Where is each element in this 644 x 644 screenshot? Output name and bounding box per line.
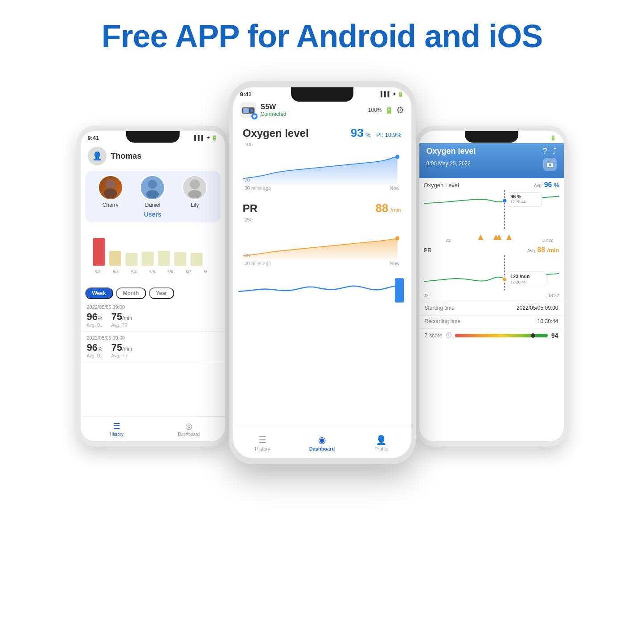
- pi-score-label: Z score: [425, 332, 443, 339]
- center-nav-history[interactable]: ☰ History: [233, 435, 292, 451]
- battery-pct: 100%: [368, 107, 382, 113]
- svg-rect-16: [243, 108, 249, 113]
- pi-score-bar: [455, 334, 548, 337]
- pr-stat-1: 75/min Avg. PR: [111, 311, 132, 328]
- o2-stat-2: 96% Avg. O₂: [87, 342, 103, 358]
- year-button[interactable]: Year: [149, 287, 174, 299]
- right-oxygen-avg: 96: [544, 181, 552, 189]
- center-nav-dashboard[interactable]: ◉ Dashboard: [292, 435, 352, 451]
- record-item-1: 2022/05/05 09:00 96% Avg. O₂ 75/min Avg.…: [81, 301, 225, 332]
- device-info: S5W Connected: [261, 103, 364, 117]
- headline: Free APP for Android and iOS: [102, 18, 542, 54]
- time-axis-labels: 22 18:32: [419, 293, 564, 298]
- right-status-time: 9:41: [427, 135, 438, 141]
- right-phone: 9:41 ▌▌▌ ✦ 🔋 Oxygen level ? ⤴ 9:00 May 2…: [416, 126, 567, 447]
- svg-marker-33: [506, 234, 512, 240]
- right-header: Oxygen level ? ⤴ 9:00 May 20, 2022: [419, 143, 564, 178]
- left-nav-dashboard[interactable]: ◎ Dashboard: [153, 421, 225, 437]
- right-date: 9:00 May 20, 2022: [427, 160, 471, 167]
- phones-container: 9:41 ▌▌▌ ✦ 🔋 👤 Thomas: [55, 63, 590, 598]
- pr-label-1: Avg. PR: [111, 323, 132, 328]
- right-oxygen-chart-area: Oxygen Level Avg. 96 %: [419, 178, 564, 233]
- start-time-value: 2022/05/05 09:00: [517, 305, 558, 311]
- start-time-label: Starting time: [425, 305, 455, 311]
- camera-icon[interactable]: [543, 158, 557, 171]
- right-notch: [465, 131, 518, 143]
- svg-point-25: [502, 199, 507, 203]
- month-button[interactable]: Month: [116, 287, 146, 299]
- svg-text:18:32: 18:32: [541, 238, 553, 242]
- pr-unit-2: /min: [122, 346, 132, 352]
- family-member-lily[interactable]: Lily: [182, 175, 207, 208]
- right-pr-chart-svg: 123 /min 17:26:44: [424, 255, 559, 291]
- svg-rect-14: [190, 253, 202, 266]
- svg-point-7: [188, 190, 201, 199]
- device-icon: [240, 102, 256, 118]
- center-notch: [291, 87, 353, 102]
- pr-time-left: 30 mins ago: [245, 261, 271, 266]
- center-nav-profile[interactable]: 👤 Profile: [352, 435, 411, 451]
- record-item-2: 2022/05/05 09:00 96% Avg. O₂ 75/min Avg.…: [81, 332, 225, 362]
- oxygen-axis-top: 100: [245, 142, 253, 147]
- svg-text:96 %: 96 %: [510, 194, 521, 199]
- svg-text:17:26:44: 17:26:44: [510, 280, 525, 284]
- center-nav-dashboard-label: Dashboard: [309, 446, 335, 451]
- right-oxygen-label-row: Oxygen Level Avg. 96 %: [424, 181, 559, 189]
- family-members-row: Cherry Daniel: [90, 175, 216, 208]
- share-icon[interactable]: ⤴: [553, 147, 557, 156]
- pi-info-icon: ⓘ: [446, 332, 451, 339]
- svg-point-3: [148, 180, 157, 189]
- settings-icon[interactable]: ⚙: [396, 105, 404, 115]
- profile-nav-icon: 👤: [376, 435, 387, 445]
- svg-point-1: [104, 189, 117, 198]
- svg-point-6: [190, 179, 200, 189]
- help-icon[interactable]: ?: [542, 147, 547, 156]
- pr-value-1: 75: [111, 311, 122, 322]
- oxygen-time-left: 30 mins ago: [245, 185, 271, 191]
- center-nav-profile-label: Profile: [374, 446, 388, 451]
- right-pr-chart-title: PR: [424, 247, 432, 254]
- left-nav-history[interactable]: ☰ History: [81, 421, 153, 437]
- recording-value: 10:30:44: [537, 318, 558, 324]
- pr-unit: /min: [390, 207, 402, 213]
- family-member-daniel[interactable]: Daniel: [140, 175, 165, 208]
- right-oxygen-chart-title: Oxygen Level: [424, 182, 459, 189]
- svg-point-20: [395, 236, 399, 240]
- right-oxygen-chart: 96 % 17:26:44: [424, 190, 559, 230]
- history-icon: ☰: [113, 421, 120, 431]
- third-chart-svg: [238, 271, 406, 307]
- recording-time-detail: Recording time 10:30:44: [425, 318, 558, 324]
- pr-stat-2: 75/min Avg. PR: [111, 342, 132, 358]
- right-pr-chart: 123 /min 17:26:44: [424, 255, 559, 291]
- svg-point-18: [253, 115, 256, 118]
- third-chart: [238, 271, 406, 307]
- center-status-time: 9:41: [240, 91, 252, 98]
- users-label: Users: [90, 211, 216, 218]
- week-button[interactable]: Week: [85, 287, 113, 299]
- record-stats-2: 96% Avg. O₂ 75/min Avg. PR: [87, 342, 219, 358]
- lily-avatar: [182, 175, 207, 200]
- time-range-buttons: Week Month Year: [81, 286, 225, 301]
- right-status-icons: ▌▌▌ ✦ 🔋: [533, 135, 557, 141]
- left-user-avatar: 👤: [88, 147, 107, 165]
- center-nav-history-label: History: [255, 446, 270, 451]
- pr-chart: 250 30 30 mins ago: [243, 217, 402, 266]
- o2-unit-2: %: [98, 346, 103, 352]
- pi-score-dot: [531, 333, 535, 338]
- center-status-icons: ▌▌▌ ✦ 🔋: [381, 91, 404, 97]
- left-user-header: 👤 Thomas: [81, 143, 225, 169]
- oxygen-time-right: Now: [390, 185, 399, 191]
- right-pr-label-row: PR Avg. 88 /min: [424, 246, 559, 254]
- pr-header: PR 88 /min: [243, 201, 402, 215]
- left-notch: [126, 131, 180, 143]
- pr-unit-1: /min: [122, 315, 132, 321]
- svg-text:123 /min: 123 /min: [510, 274, 529, 279]
- family-section: Cherry Daniel: [85, 171, 221, 222]
- right-pr-chart-area: PR Avg. 88 /min 123 /min 17:26:44: [419, 243, 564, 293]
- svg-point-36: [502, 277, 507, 282]
- pi-score-value: 94: [551, 332, 558, 339]
- svg-rect-13: [174, 252, 186, 266]
- battery-icon: 🔋: [385, 106, 394, 115]
- svg-rect-12: [158, 251, 170, 266]
- family-member-cherry[interactable]: Cherry: [98, 175, 123, 208]
